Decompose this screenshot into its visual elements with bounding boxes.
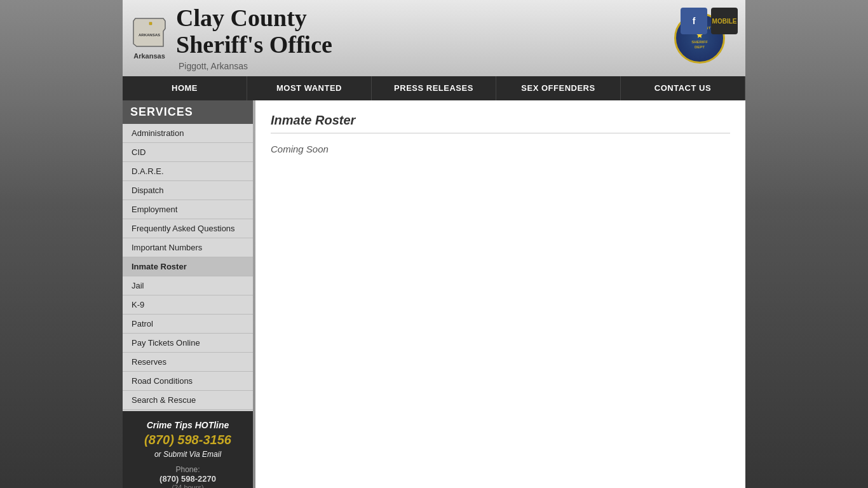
phone-label: Phone: <box>129 465 247 474</box>
nav-bar: HOME MOST WANTED PRESS RELEASES SEX OFFE… <box>123 76 745 100</box>
nav-sex-offenders[interactable]: SEX OFFENDERS <box>496 76 621 100</box>
crime-tips-email-label[interactable]: or Submit Via Email <box>129 450 247 459</box>
nav-home[interactable]: HOME <box>123 76 247 100</box>
sidebar-contact: Phone: (870) 598-2270 (24 hours) Emergen… <box>129 465 247 488</box>
sidebar-item-faq[interactable]: Frequently Asked Questions <box>123 219 253 238</box>
sidebar-item-important-numbers[interactable]: Important Numbers <box>123 238 253 257</box>
sidebar-item-inmate-roster[interactable]: Inmate Roster <box>123 257 253 276</box>
arkansas-map-icon: ARKANSAS <box>130 16 168 51</box>
nav-most-wanted[interactable]: MOST WANTED <box>247 76 372 100</box>
header: ARKANSAS Arkansas Clay County Sheriff's … <box>123 0 745 76</box>
org-location: Piggott, Arkansas <box>179 61 661 71</box>
main-content: SERVICES Administration CID D.A.R.E. Dis… <box>123 100 745 488</box>
sidebar-item-k9[interactable]: K-9 <box>123 295 253 315</box>
crime-tips-phone[interactable]: (870) 598-3156 <box>129 433 247 447</box>
social-icons: f MOBILE <box>681 8 738 34</box>
sidebar-item-dispatch[interactable]: Dispatch <box>123 181 253 200</box>
nav-contact-us[interactable]: CONTACT US <box>621 76 745 100</box>
sidebar: SERVICES Administration CID D.A.R.E. Dis… <box>123 100 253 488</box>
nav-press-releases[interactable]: PRESS RELEASES <box>372 76 496 100</box>
contact-phone: (870) 598-2270 <box>129 474 247 484</box>
page-content: Inmate Roster Coming Soon <box>255 100 745 488</box>
state-logo: ARKANSAS Arkansas <box>130 16 168 60</box>
mobile-button[interactable]: MOBILE <box>711 8 738 34</box>
sidebar-item-administration[interactable]: Administration <box>123 124 253 143</box>
crime-tips-title: Crime Tips HOTline <box>129 420 247 430</box>
sidebar-item-pay-tickets[interactable]: Pay Tickets Online <box>123 334 253 353</box>
svg-text:ARKANSAS: ARKANSAS <box>139 33 160 37</box>
state-label: Arkansas <box>133 52 165 60</box>
sidebar-item-cid[interactable]: CID <box>123 143 253 162</box>
facebook-button[interactable]: f <box>681 8 707 34</box>
sidebar-item-employment[interactable]: Employment <box>123 200 253 219</box>
sidebar-item-road-conditions[interactable]: Road Conditions <box>123 372 253 391</box>
coming-soon-text: Coming Soon <box>271 144 730 154</box>
sidebar-item-patrol[interactable]: Patrol <box>123 315 253 334</box>
sidebar-item-search-rescue[interactable]: Search & Rescue <box>123 391 253 410</box>
header-title: Clay County Sheriff's Office Piggott, Ar… <box>176 5 661 71</box>
services-heading: SERVICES <box>123 100 253 124</box>
sidebar-item-reserves[interactable]: Reserves <box>123 353 253 372</box>
crime-tips-panel: Crime Tips HOTline (870) 598-3156 or Sub… <box>123 411 253 488</box>
sidebar-item-jail[interactable]: Jail <box>123 276 253 295</box>
sidebar-item-dare[interactable]: D.A.R.E. <box>123 162 253 181</box>
page-title: Inmate Roster <box>271 113 730 133</box>
contact-hours: (24 hours) <box>129 484 247 488</box>
org-name: Clay County Sheriff's Office <box>176 5 661 58</box>
svg-marker-1 <box>149 22 152 25</box>
